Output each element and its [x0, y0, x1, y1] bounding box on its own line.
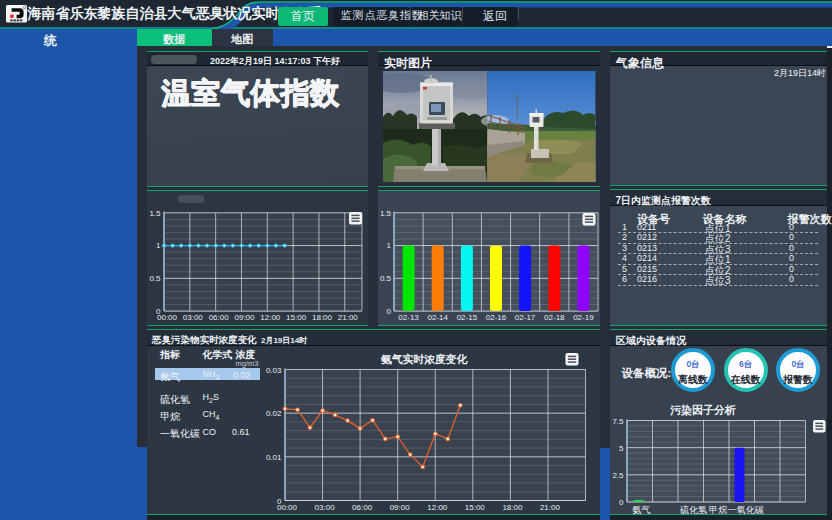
svg-text:02-19: 02-19 [573, 312, 594, 321]
svg-text:0: 0 [387, 306, 392, 315]
svg-text:09:00: 09:00 [389, 503, 410, 512]
svg-text:02-16: 02-16 [486, 312, 507, 321]
svg-text:0.5: 0.5 [380, 274, 392, 283]
svg-text:21:00: 21:00 [539, 503, 560, 512]
svg-text:06:00: 06:00 [208, 312, 229, 321]
svg-text:15:00: 15:00 [286, 312, 307, 321]
svg-text:15:00: 15:00 [464, 503, 485, 512]
svg-text:02-14: 02-14 [427, 312, 448, 321]
svg-text:03:00: 03:00 [314, 503, 335, 512]
svg-text:21:00: 21:00 [337, 312, 358, 321]
svg-text:02-17: 02-17 [515, 312, 536, 321]
svg-text:02-18: 02-18 [544, 312, 565, 321]
svg-text:12:00: 12:00 [260, 312, 281, 321]
svg-text:18:00: 18:00 [311, 312, 332, 321]
svg-text:0.5: 0.5 [149, 274, 161, 283]
svg-text:18:00: 18:00 [502, 503, 523, 512]
svg-text:1: 1 [387, 241, 392, 250]
svg-text:00:00: 00:00 [156, 312, 177, 321]
svg-text:00:00: 00:00 [276, 503, 297, 512]
svg-text:1: 1 [156, 241, 161, 250]
svg-text:12:00: 12:00 [427, 503, 448, 512]
svg-text:03:00: 03:00 [182, 312, 203, 321]
svg-text:2.5: 2.5 [612, 471, 624, 480]
svg-text:5: 5 [619, 444, 624, 453]
svg-text:0: 0 [619, 498, 624, 507]
svg-text:06:00: 06:00 [352, 503, 373, 512]
svg-text:0.02: 0.02 [265, 409, 281, 418]
svg-text:1.5: 1.5 [380, 208, 392, 217]
svg-text:0.01: 0.01 [265, 453, 281, 462]
svg-text:1.5: 1.5 [149, 208, 161, 217]
svg-text:09:00: 09:00 [234, 312, 255, 321]
svg-text:7.5: 7.5 [612, 417, 624, 426]
svg-text:0.03: 0.03 [265, 366, 281, 375]
svg-text:02-15: 02-15 [457, 312, 478, 321]
svg-text:02-13: 02-13 [398, 312, 419, 321]
